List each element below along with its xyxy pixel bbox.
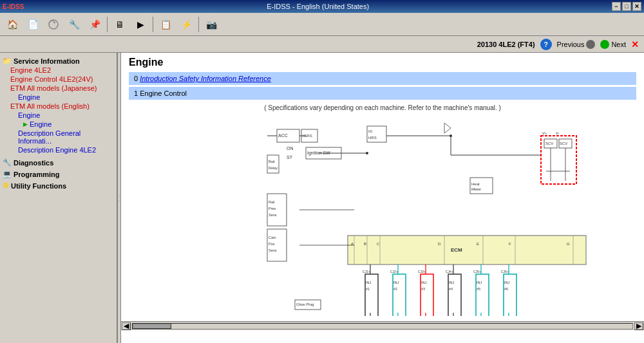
monitor-button[interactable]: 🖥 xyxy=(110,15,129,34)
svg-text:F: F xyxy=(509,242,511,246)
sidebar-item-engine-sub[interactable]: ▶ Engine xyxy=(0,120,117,129)
toc-number-0: 0 xyxy=(134,75,140,82)
horizontal-scrollbar-thumb[interactable] xyxy=(133,324,171,329)
previous-button[interactable]: Previous xyxy=(557,40,596,49)
horizontal-scrollbar[interactable]: ◀ ▶ xyxy=(121,321,644,330)
svg-text:Cam: Cam xyxy=(269,236,276,239)
diagnostics-label: Diagnostics xyxy=(14,159,53,167)
programming-header[interactable]: 💻 Programming xyxy=(0,169,117,179)
etm-japanese-label: ETM All models (Japanese) xyxy=(10,84,97,92)
sidebar-item-desc-engine[interactable]: Description Engine 4LE2 xyxy=(0,145,117,154)
blank-button[interactable]: 📄 xyxy=(23,15,43,34)
svg-rect-35 xyxy=(348,236,586,264)
engine-control-label: Engine Control 4LE2(24V) xyxy=(10,75,93,83)
svg-text:INJ: INJ xyxy=(366,281,372,284)
window-title: E-IDSS - English (United States) xyxy=(24,3,612,10)
sidebar-item-etm-japanese[interactable]: ETM All models (Japanese) xyxy=(0,84,117,93)
svg-text:B: B xyxy=(364,242,366,246)
svg-text:Pos: Pos xyxy=(269,242,275,246)
svg-text:INJ: INJ xyxy=(449,281,455,284)
programming-icon: 💻 xyxy=(3,170,12,178)
content-heading: Engine xyxy=(121,53,644,72)
svg-text:Sens: Sens xyxy=(269,248,277,252)
next-icon xyxy=(600,40,609,49)
title-bar: E-IDSS E-IDSS - English (United States) … xyxy=(0,0,644,13)
svg-rect-11 xyxy=(367,126,386,142)
info-bar: 20130 4LE2 (FT4) ? Previous Next ✕ xyxy=(0,36,644,53)
svg-text:INJ: INJ xyxy=(421,281,427,284)
diagnostics-icon: 🔧 xyxy=(3,158,12,167)
svg-text:#6: #6 xyxy=(504,287,508,291)
separator-2 xyxy=(153,17,153,32)
svg-text:G: G xyxy=(567,242,570,246)
svg-text:CJ3+: CJ3+ xyxy=(418,270,426,273)
refresh-button[interactable] xyxy=(44,15,63,34)
desc-engine-label: Description Engine 4LE2 xyxy=(18,146,96,154)
sidebar-item-engine-en[interactable]: Engine xyxy=(0,111,117,120)
svg-text:Batt: Batt xyxy=(269,160,275,163)
svg-text:Relay: Relay xyxy=(269,166,278,170)
content-area: Engine 0 Introduction Safety Information… xyxy=(121,53,644,343)
camera-button[interactable]: 📷 xyxy=(202,15,221,34)
svg-text:#2: #2 xyxy=(393,287,397,291)
sidebar: 📁 Service Information Engine 4LE2 Engine… xyxy=(0,53,117,343)
doc-button[interactable]: 📋 xyxy=(156,15,175,34)
model-info: 20130 4LE2 (FT4) xyxy=(477,41,535,48)
previous-icon xyxy=(586,40,595,49)
programming-label: Programming xyxy=(14,171,60,178)
close-x-button[interactable]: ✕ xyxy=(631,39,639,50)
svg-text:Sens: Sens xyxy=(269,213,277,217)
svg-text:C: C xyxy=(377,242,380,246)
horizontal-scrollbar-track[interactable] xyxy=(132,323,633,329)
svg-text:HRS: HRS xyxy=(368,136,377,140)
toc-item-1[interactable]: 1 Engine Control xyxy=(129,87,636,100)
svg-text:D: D xyxy=(438,242,441,246)
tools-button[interactable]: 🔧 xyxy=(64,15,84,34)
home-button[interactable]: 🏠 xyxy=(3,15,22,34)
svg-text:CJ1+: CJ1+ xyxy=(363,270,370,273)
toolbar: 🏠 📄 🔧 📌 🖥 ▶ 📋 ⚡ 📷 xyxy=(0,13,644,36)
svg-text:IG: IG xyxy=(368,129,373,133)
utility-header[interactable]: ⚙ Utility Functions xyxy=(0,180,117,190)
next-button[interactable]: Next xyxy=(600,40,626,49)
separator-1 xyxy=(107,17,108,32)
circuit-diagram: ACC IGRS Ignition SW ON ST IG HRS xyxy=(129,116,618,316)
main-layout: 📁 Service Information Engine 4LE2 Engine… xyxy=(0,53,644,343)
utility-label: Utility Functions xyxy=(11,182,66,190)
svg-text:ON: ON xyxy=(287,146,294,151)
minimize-button[interactable]: − xyxy=(612,2,621,11)
toc-label-1: Engine Control xyxy=(140,89,187,97)
diagnostics-header[interactable]: 🔧 Diagnostics xyxy=(0,157,117,167)
svg-text:#4: #4 xyxy=(449,287,453,291)
toc-list: 0 Introduction Safety Information Refere… xyxy=(121,72,644,100)
etm-english-label: ETM All models (English) xyxy=(10,102,90,110)
svg-text:Pres: Pres xyxy=(269,207,276,210)
help-button[interactable]: ? xyxy=(540,39,552,50)
toc-link-0[interactable]: Introduction Safety Information Referenc… xyxy=(140,75,271,82)
toc-item-0[interactable]: 0 Introduction Safety Information Refere… xyxy=(129,72,636,85)
sidebar-item-engine-control[interactable]: Engine Control 4LE2(24V) xyxy=(0,75,117,84)
sidebar-item-engine-4le2[interactable]: Engine 4LE2 xyxy=(0,66,117,75)
lightning-button[interactable]: ⚡ xyxy=(176,15,196,34)
svg-text:INJ: INJ xyxy=(477,281,482,284)
close-button[interactable]: ✕ xyxy=(632,2,641,11)
sidebar-item-etm-english[interactable]: ETM All models (English) xyxy=(0,102,117,111)
engine-en-label: Engine xyxy=(18,111,40,119)
svg-text:E: E xyxy=(477,242,479,246)
svg-text:SCV: SCV xyxy=(545,142,553,145)
maximize-button[interactable]: □ xyxy=(622,2,631,11)
sidebar-item-desc-general[interactable]: Description General Informati... xyxy=(0,129,117,145)
svg-text:#5: #5 xyxy=(477,287,480,291)
toc-number-1: 1 xyxy=(134,89,140,97)
svg-text:ST: ST xyxy=(287,155,293,160)
arrow-right-button[interactable]: ▶ xyxy=(131,15,150,34)
sidebar-item-engine-jp[interactable]: Engine xyxy=(0,93,117,102)
svg-rect-32 xyxy=(267,155,279,173)
desc-general-label: Description General Informati... xyxy=(18,129,114,145)
svg-text:Heat: Heat xyxy=(471,182,480,186)
svg-text:Glow Plug: Glow Plug xyxy=(296,302,314,306)
service-info-header[interactable]: 📁 Service Information xyxy=(0,55,117,66)
scroll-left-button[interactable]: ◀ xyxy=(122,322,131,330)
scroll-right-button[interactable]: ▶ xyxy=(634,322,643,330)
pin-button[interactable]: 📌 xyxy=(85,15,104,34)
